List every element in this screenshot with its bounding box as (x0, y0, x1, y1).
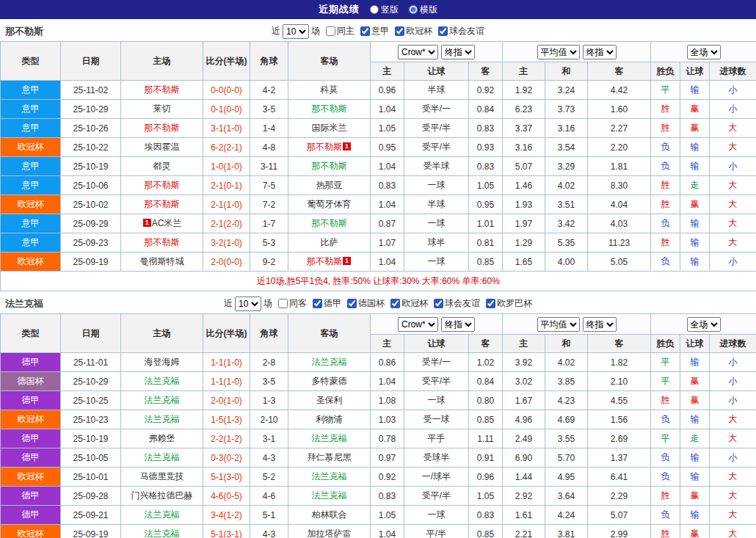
team-link[interactable]: 那不勒斯 (145, 84, 180, 95)
competition-filter[interactable]: 欧冠杯 (395, 25, 432, 37)
match-date-cell: 25-09-28 (61, 487, 121, 506)
team-link[interactable]: 法兰克福 (145, 395, 180, 405)
team-link[interactable]: 法兰克福 (145, 509, 180, 520)
home-team-cell: 海登海姆 (121, 353, 203, 372)
team-link[interactable]: 那不勒斯 (145, 199, 180, 209)
euro-away-odds-cell: 1.81 (588, 157, 651, 176)
vertical-layout-radio[interactable] (370, 5, 379, 14)
competition-filter-checkbox[interactable] (486, 299, 495, 308)
team-link[interactable]: 法兰克福 (312, 433, 347, 443)
team-link[interactable]: 法兰克福 (312, 357, 347, 367)
team-link[interactable]: 葡萄牙体育 (308, 199, 352, 209)
odds-stage-select[interactable]: 终指 (441, 317, 475, 332)
competition-filter[interactable]: 欧罗巴杯 (486, 297, 532, 310)
team-link[interactable]: 加拉塔萨雷 (308, 528, 352, 538)
competition-filter-checkbox[interactable] (313, 299, 322, 308)
team-link[interactable]: 法兰克福 (312, 490, 347, 501)
competition-filter-checkbox[interactable] (438, 26, 448, 36)
team-link[interactable]: 那不勒斯 (145, 180, 180, 190)
odds-stage-select[interactable]: 终指 (441, 45, 475, 59)
match-count-select[interactable]: 10 (235, 297, 261, 311)
competition-filter[interactable]: 球会友谊 (438, 25, 484, 37)
competition-filter[interactable]: 球会友谊 (434, 297, 480, 310)
team-link[interactable]: AC米兰 (152, 218, 182, 228)
competition-filter[interactable]: 同主 (326, 25, 355, 37)
team-link[interactable]: 多特蒙德 (312, 376, 347, 386)
team-link[interactable]: 门兴格拉德巴赫 (131, 490, 193, 501)
handicap-away-odds-cell: 0.84 (469, 372, 503, 391)
team-link[interactable]: 比萨 (321, 237, 338, 247)
team-link[interactable]: 科莫 (321, 84, 338, 95)
layout-horizontal-option[interactable]: 横版 (409, 4, 437, 16)
team-link[interactable]: 法兰克福 (145, 452, 180, 462)
scope-select[interactable]: 全场 (687, 317, 721, 332)
euro-stage-select[interactable]: 终指 (583, 45, 617, 59)
competition-filter-checkbox[interactable] (434, 299, 443, 308)
team-link[interactable]: 圣保利 (316, 395, 343, 405)
team-link[interactable]: 那不勒斯 (307, 142, 342, 152)
horizontal-layout-radio[interactable] (409, 5, 418, 14)
euro-average-select[interactable]: 平均值 (537, 45, 580, 59)
corner-cell: 1-3 (250, 391, 288, 410)
odds-company-select[interactable]: Crow* (398, 45, 438, 59)
team-link[interactable]: 那不勒斯 (307, 256, 342, 266)
team-link[interactable]: 法兰克福 (145, 528, 180, 538)
team-link[interactable]: 那不勒斯 (312, 161, 347, 171)
team-link[interactable]: 利物浦 (316, 414, 343, 424)
team-link[interactable]: 海登海姆 (145, 357, 180, 367)
team-link[interactable]: 莱切 (153, 103, 171, 114)
match-row: 欧冠杯25-10-01马德里竞技5-1(3-0)5-2法兰克福0.92一/球半0… (1, 468, 756, 487)
match-date-cell: 25-09-19 (61, 525, 121, 538)
handicap-line-cell: 半球 (404, 81, 469, 100)
team-link[interactable]: 那不勒斯 (145, 237, 180, 247)
team-link[interactable]: 那不勒斯 (312, 103, 347, 114)
competition-filter[interactable]: 欧冠杯 (390, 297, 428, 310)
match-count-select[interactable]: 10 (283, 24, 309, 39)
team-link[interactable]: 那不勒斯 (145, 123, 180, 133)
home-team-cell: 法兰克福 (121, 525, 203, 538)
header-select-row: 类型 日期 主场 比分(半场) 角球 客场 Crow*终指 平均值终指 全场 (1, 42, 756, 62)
handicap-home-odds-cell: 0.78 (371, 429, 404, 448)
team-link[interactable]: 埃因霍温 (145, 142, 180, 152)
euro-average-select[interactable]: 平均值 (537, 317, 580, 332)
euro-home-odds-cell: 2.92 (503, 487, 545, 506)
match-date-cell: 25-10-05 (61, 448, 121, 468)
team-link[interactable]: 曼彻斯特城 (140, 256, 184, 266)
competition-filter-checkbox[interactable] (390, 299, 400, 308)
team-link[interactable]: 国际米兰 (312, 123, 347, 133)
competition-filter-checkbox[interactable] (347, 299, 357, 308)
team-link[interactable]: 法兰克福 (145, 376, 180, 386)
team-link[interactable]: 都灵 (153, 161, 171, 171)
sub-header-handicap-home: 主 (371, 62, 404, 81)
competition-filter-checkbox[interactable] (360, 26, 370, 36)
corner-cell: 3-11 (250, 157, 288, 176)
team-link[interactable]: 马德里竞技 (140, 471, 184, 481)
competition-filter[interactable]: 德甲 (313, 297, 341, 310)
match-date-cell: 25-09-29 (61, 214, 121, 233)
team-link[interactable]: 法兰克福 (312, 471, 347, 481)
team-link[interactable]: 拜仁慕尼黑 (308, 452, 352, 462)
euro-away-odds-cell: 2.69 (588, 429, 651, 448)
competition-filter[interactable]: 同客 (278, 297, 307, 310)
score-cell: 0-0(0-0) (203, 81, 250, 100)
competition-filter-checkbox[interactable] (278, 299, 288, 308)
score-cell: 1-1(1-0) (203, 353, 250, 372)
team-link[interactable]: 热那亚 (316, 180, 343, 190)
team-link[interactable]: 法兰克福 (145, 414, 180, 424)
euro-stage-select[interactable]: 终指 (583, 317, 617, 332)
competition-filter-checkbox[interactable] (395, 26, 404, 36)
home-team-cell: 曼彻斯特城 (121, 252, 203, 272)
competition-filter[interactable]: 意甲 (360, 25, 389, 37)
match-type-cell: 欧冠杯 (1, 138, 61, 157)
competition-filter[interactable]: 德国杯 (347, 297, 385, 310)
team-link[interactable]: 弗赖堡 (149, 433, 175, 443)
match-type-cell: 意甲 (1, 176, 61, 195)
odds-company-select[interactable]: Crow* (398, 317, 438, 332)
competition-filter-checkbox[interactable] (326, 26, 335, 36)
team-link[interactable]: 柏林联合 (312, 509, 347, 520)
scope-select[interactable]: 全场 (687, 45, 721, 59)
red-card-badge: 1 (343, 142, 351, 150)
layout-vertical-option[interactable]: 竖版 (370, 4, 399, 16)
team-link[interactable]: 那不勒斯 (312, 218, 347, 228)
result-goals-cell: 大 (710, 119, 756, 138)
